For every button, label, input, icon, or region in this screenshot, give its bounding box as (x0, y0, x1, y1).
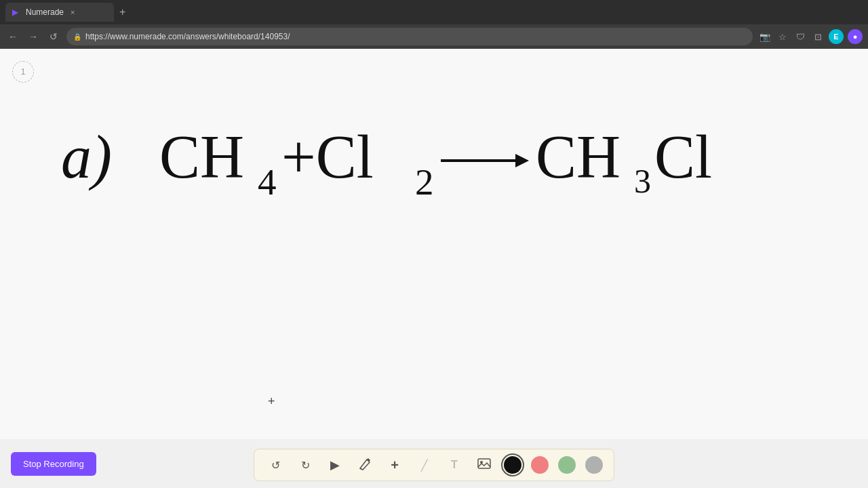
nav-right-icons: 📷 ☆ 🛡 ⊡ E ● (758, 29, 863, 44)
add-icon: + (391, 458, 399, 473)
page-number: 1 (12, 61, 34, 83)
extensions-icon[interactable]: 🛡 (793, 30, 807, 43)
svg-text:4: 4 (258, 161, 277, 203)
whiteboard-area: 1 a) CH 4 +Cl 2 CH 3 Cl + HCl (0, 49, 868, 439)
text-tool-button[interactable]: T (444, 455, 465, 475)
text-icon: T (451, 459, 458, 471)
navigation-bar: ← → ↺ 🔒 https://www.numerade.com/answers… (0, 24, 868, 49)
svg-text:+Cl: +Cl (281, 123, 374, 190)
bookmark-icon[interactable]: ☆ (776, 30, 789, 43)
drawing-toolbar: ↺ ↻ ▶ + ╱ (254, 449, 614, 481)
equation-svg: a) CH 4 +Cl 2 CH 3 Cl + HCl (41, 89, 719, 239)
user-avatar-circle[interactable]: ● (848, 29, 863, 44)
pen-icon (357, 456, 372, 474)
redo-icon: ↻ (301, 459, 310, 472)
svg-text:3: 3 (634, 162, 651, 200)
color-black[interactable] (504, 456, 521, 474)
color-green[interactable] (558, 456, 576, 474)
address-bar[interactable]: 🔒 https://www.numerade.com/answers/white… (66, 28, 753, 45)
browser-frame: ▶ Numerade × + ← → ↺ 🔒 https://www.numer… (0, 0, 868, 488)
add-button[interactable]: + (384, 455, 405, 475)
color-gray[interactable] (585, 456, 603, 474)
redo-button[interactable]: ↻ (295, 455, 315, 475)
undo-button[interactable]: ↺ (265, 455, 285, 475)
svg-rect-11 (478, 459, 490, 468)
reload-button[interactable]: ↺ (46, 29, 61, 44)
image-tool-button[interactable] (474, 455, 494, 475)
cursor-crosshair: + (268, 394, 275, 409)
svg-text:Cl: Cl (654, 123, 712, 190)
camera-icon[interactable]: 📷 (758, 30, 772, 43)
bottom-bar: Stop Recording ↺ ↻ ▶ (0, 439, 868, 488)
svg-text:CH: CH (536, 123, 620, 190)
eraser-tool-button[interactable]: ╱ (414, 455, 435, 475)
tab-title: Numerade (26, 7, 64, 17)
color-pink[interactable] (531, 456, 549, 474)
back-button[interactable]: ← (5, 29, 20, 44)
svg-marker-6 (515, 154, 529, 167)
desktop-icon[interactable]: ⊡ (811, 30, 825, 43)
security-lock-icon: 🔒 (73, 33, 81, 41)
svg-text:CH: CH (159, 123, 244, 190)
eraser-icon: ╱ (421, 459, 428, 472)
tab-favicon: ▶ (12, 7, 22, 17)
pen-tool-button[interactable] (355, 455, 375, 475)
svg-text:2: 2 (415, 161, 434, 203)
image-icon (477, 456, 492, 474)
new-tab-button[interactable]: + (119, 6, 125, 18)
undo-icon: ↺ (271, 459, 280, 472)
select-tool-button[interactable]: ▶ (325, 455, 345, 475)
forward-button[interactable]: → (26, 29, 41, 44)
title-bar: ▶ Numerade × + (0, 0, 868, 24)
browser-tab[interactable]: ▶ Numerade × (5, 3, 114, 22)
stop-recording-button[interactable]: Stop Recording (11, 452, 96, 476)
tab-close-button[interactable]: × (71, 8, 75, 16)
url-text: https://www.numerade.com/answers/whitebo… (85, 32, 290, 41)
svg-text:a): a) (61, 123, 112, 191)
select-icon: ▶ (330, 458, 340, 472)
user-avatar-e[interactable]: E (829, 29, 844, 44)
